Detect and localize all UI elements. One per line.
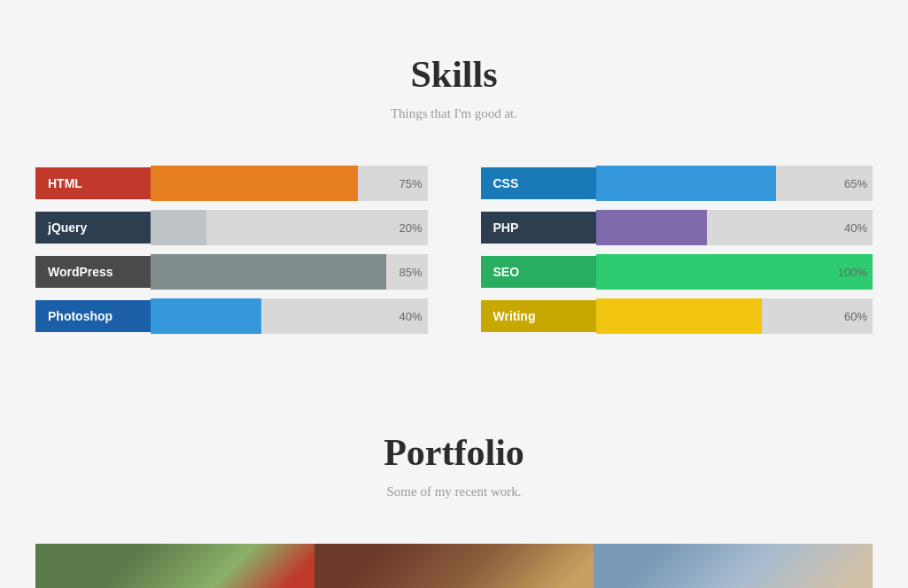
skill-bar-container: 75% bbox=[151, 166, 428, 201]
skill-label: Photoshop bbox=[35, 300, 151, 332]
skill-label: jQuery bbox=[35, 212, 151, 244]
skill-bar-container: 20% bbox=[151, 210, 428, 245]
skill-bar-fill bbox=[596, 298, 763, 334]
skill-bar-fill bbox=[596, 254, 873, 290]
portfolio-image-3[interactable] bbox=[594, 544, 873, 588]
skill-percent: 60% bbox=[844, 310, 867, 323]
skill-percent: 40% bbox=[399, 310, 422, 323]
skill-label: Writing bbox=[481, 300, 596, 332]
skills-grid: HTML75%jQuery20%WordPress85%Photoshop40%… bbox=[35, 166, 873, 343]
skill-percent: 40% bbox=[844, 221, 867, 235]
skill-label: WordPress bbox=[35, 256, 151, 288]
skill-percent: 100% bbox=[838, 266, 867, 279]
skill-bar-fill bbox=[151, 254, 386, 290]
portfolio-images bbox=[35, 544, 873, 588]
skill-bar-container: 85% bbox=[151, 254, 428, 290]
skill-row: SEO100% bbox=[481, 254, 873, 290]
skill-percent: 65% bbox=[844, 177, 867, 190]
skills-column-left: HTML75%jQuery20%WordPress85%Photoshop40% bbox=[35, 166, 428, 343]
skill-bar-container: 65% bbox=[596, 166, 873, 201]
skills-column-right: CSS65%PHP40%SEO100%Writing60% bbox=[481, 166, 873, 343]
skill-percent: 85% bbox=[399, 266, 422, 279]
skill-row: HTML75% bbox=[35, 166, 428, 201]
skill-bar-fill bbox=[596, 166, 776, 201]
skill-bar-fill bbox=[151, 210, 206, 245]
skill-bar-container: 40% bbox=[596, 210, 873, 245]
skill-bar-fill bbox=[596, 210, 707, 245]
skill-row: WordPress85% bbox=[35, 254, 428, 290]
skill-bar-container: 100% bbox=[596, 254, 873, 290]
skills-subtitle: Things that I'm good at. bbox=[35, 106, 873, 121]
skill-bar-fill bbox=[151, 298, 261, 334]
skills-title: Skills bbox=[35, 53, 873, 96]
skill-bar-fill bbox=[151, 166, 358, 201]
skill-label: SEO bbox=[481, 256, 596, 288]
portfolio-image-2[interactable] bbox=[314, 544, 594, 588]
portfolio-title: Portfolio bbox=[35, 431, 873, 474]
skill-label: HTML bbox=[35, 167, 151, 199]
skill-row: PHP40% bbox=[481, 210, 873, 245]
skill-percent: 75% bbox=[399, 177, 422, 190]
skill-bar-container: 60% bbox=[596, 298, 873, 334]
skill-row: Writing60% bbox=[481, 298, 873, 334]
skill-bar-container: 40% bbox=[151, 298, 428, 334]
skill-label: CSS bbox=[481, 167, 596, 199]
portfolio-section: Portfolio Some of my recent work. bbox=[0, 378, 908, 588]
portfolio-subtitle: Some of my recent work. bbox=[35, 484, 873, 499]
skills-section: Skills Things that I'm good at. HTML75%j… bbox=[0, 0, 908, 378]
skill-row: jQuery20% bbox=[35, 210, 428, 245]
skill-row: Photoshop40% bbox=[35, 298, 428, 334]
skill-label: PHP bbox=[481, 212, 596, 244]
skill-row: CSS65% bbox=[481, 166, 873, 201]
portfolio-image-1[interactable] bbox=[35, 544, 314, 588]
skill-percent: 20% bbox=[399, 221, 422, 235]
